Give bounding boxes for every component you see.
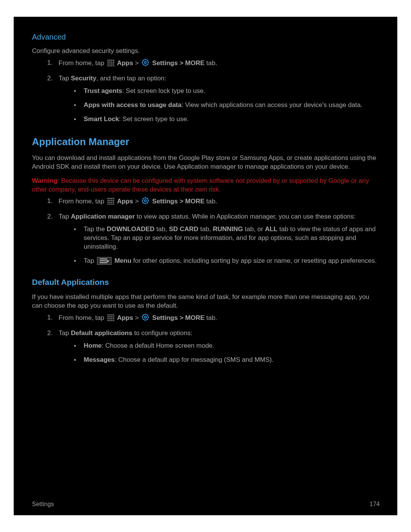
svg-point-55 (113, 315, 114, 316)
adv-opt-usage-data: Apps with access to usage data: View whi… (74, 101, 381, 110)
svg-point-3 (113, 59, 114, 61)
svg-point-8 (107, 63, 108, 64)
adv-opt-trust-agents: Trust agents: Set screen lock type to us… (74, 87, 381, 96)
svg-point-56 (107, 316, 108, 318)
svg-line-23 (147, 64, 148, 65)
svg-point-27 (109, 198, 110, 199)
svg-point-7 (113, 61, 114, 62)
svg-point-53 (109, 315, 110, 316)
section-title-advanced: Advanced (32, 32, 381, 42)
svg-point-32 (111, 200, 112, 201)
adv-opt-smart-lock: Smart Lock: Set screen type to use. (74, 115, 381, 124)
svg-point-41 (113, 204, 114, 205)
apps-icon (107, 59, 114, 69)
footer-page-number: 174 (370, 500, 380, 508)
svg-line-49 (147, 203, 148, 203)
svg-point-52 (107, 315, 108, 316)
svg-point-64 (107, 320, 108, 321)
svg-point-36 (111, 202, 112, 203)
svg-point-37 (113, 202, 114, 203)
svg-point-0 (107, 59, 108, 61)
adv-step-2: Tap Security, and then tap an option: Tr… (47, 74, 381, 124)
settings-gear-icon (142, 59, 149, 69)
svg-point-29 (113, 198, 114, 199)
manual-page: Advanced Configure advanced security set… (14, 17, 397, 515)
svg-line-77 (143, 319, 144, 320)
svg-line-25 (143, 64, 144, 65)
svg-point-1 (109, 59, 110, 61)
svg-point-67 (113, 320, 114, 321)
svg-point-66 (111, 320, 112, 321)
appmgr-warning: Warning: Because this device can be conf… (32, 177, 381, 194)
svg-point-2 (111, 59, 112, 61)
svg-point-6 (111, 61, 112, 62)
svg-point-5 (109, 61, 110, 62)
svg-line-24 (147, 60, 148, 61)
svg-point-11 (113, 63, 114, 64)
appmgr-step-2: Tap Application manager to view app stat… (47, 212, 381, 265)
svg-point-38 (107, 204, 108, 205)
svg-point-15 (113, 65, 114, 66)
defapps-intro: If you have installed multiple apps that… (32, 293, 381, 310)
svg-point-9 (109, 63, 110, 64)
svg-line-48 (143, 198, 144, 199)
defapps-opt-home: Home: Choose a default Home screen mode. (74, 342, 381, 350)
svg-line-74 (143, 315, 144, 316)
apps-icon (107, 314, 114, 324)
svg-point-54 (111, 315, 112, 316)
svg-point-35 (109, 202, 110, 203)
appmgr-intro: You can download and install application… (32, 154, 381, 171)
defapps-step-2: Tap Default applications to configure op… (47, 329, 381, 364)
svg-point-33 (113, 200, 114, 201)
menu-icon (97, 257, 112, 265)
svg-point-40 (111, 204, 112, 205)
svg-point-31 (109, 200, 110, 201)
svg-line-76 (147, 315, 148, 316)
svg-point-28 (111, 198, 112, 199)
settings-gear-icon (142, 197, 149, 207)
advanced-intro: Configure advanced security settings. (32, 47, 381, 56)
svg-line-51 (143, 203, 144, 203)
page-footer: Settings 174 (32, 500, 380, 508)
svg-point-60 (107, 318, 108, 320)
svg-point-62 (111, 318, 112, 320)
svg-point-10 (111, 63, 112, 64)
appmgr-step-1: From home, tap Apps > Settings > MORE ta… (47, 197, 381, 207)
svg-point-58 (111, 316, 112, 318)
svg-point-30 (107, 200, 108, 201)
section-title-app-manager: Application Manager (32, 135, 381, 149)
svg-line-75 (147, 319, 148, 320)
svg-point-69 (145, 316, 147, 318)
section-title-default-apps: Default Applications (32, 277, 381, 288)
svg-point-63 (113, 318, 114, 320)
defapps-opt-messages: Messages: Choose a default app for messa… (74, 356, 381, 364)
svg-point-61 (109, 318, 110, 320)
appmgr-opt-tabs: Tap the DOWNLOADED tab, SD CARD tab, RUN… (74, 225, 381, 251)
appmgr-opt-menu: Tap Menu for other options, including so… (74, 257, 381, 265)
svg-point-34 (107, 202, 108, 203)
svg-point-12 (107, 65, 108, 66)
svg-point-39 (109, 204, 110, 205)
svg-point-4 (107, 61, 108, 62)
defapps-step-1: From home, tap Apps > Settings > MORE ta… (47, 313, 381, 324)
svg-point-57 (109, 316, 110, 318)
svg-point-59 (113, 316, 114, 318)
appmgr-steps: From home, tap Apps > Settings > MORE ta… (32, 197, 381, 265)
svg-point-14 (111, 65, 112, 66)
settings-gear-icon (142, 313, 149, 324)
svg-point-26 (107, 198, 108, 199)
svg-point-43 (145, 200, 147, 202)
advanced-steps: From home, tap Apps > Settings > MORE ta… (32, 59, 381, 124)
footer-left: Settings (32, 500, 54, 508)
apps-icon (107, 198, 114, 207)
svg-line-50 (147, 198, 148, 199)
defapps-steps: From home, tap Apps > Settings > MORE ta… (32, 313, 381, 364)
adv-step-1: From home, tap Apps > Settings > MORE ta… (47, 59, 381, 69)
svg-point-65 (109, 320, 110, 321)
svg-point-13 (109, 65, 110, 66)
svg-line-22 (143, 60, 144, 61)
svg-point-17 (145, 61, 147, 63)
